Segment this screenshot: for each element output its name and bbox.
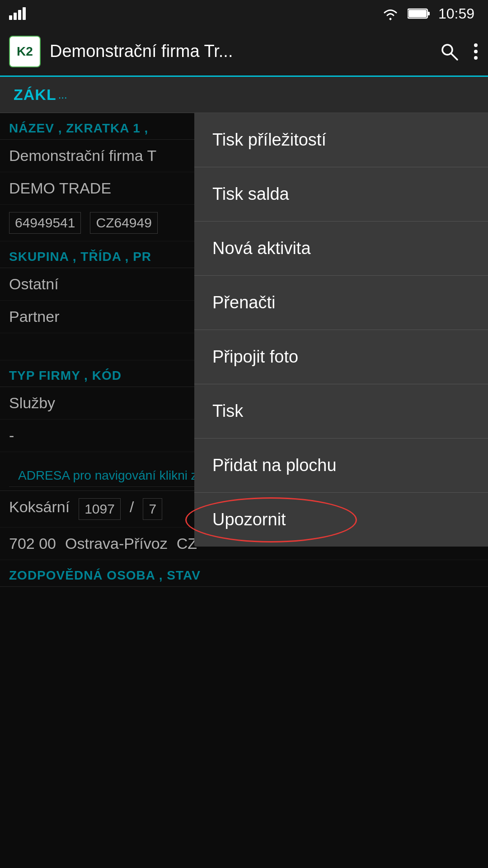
app-logo: K2 — [9, 36, 41, 67]
menu-item-tisk-salda[interactable]: Tisk salda — [194, 167, 488, 222]
tab-dots: ... — [58, 89, 67, 101]
upozornit-circle-annotation — [185, 497, 357, 542]
svg-rect-1 — [427, 12, 430, 15]
dropdown-menu: Tisk příležitostí Tisk salda Nová aktivi… — [194, 113, 488, 547]
menu-item-upozornit[interactable]: Upozornit — [194, 493, 488, 547]
app-bar-actions — [439, 41, 479, 61]
signal-bar-1 — [9, 15, 12, 20]
tab-bar: ZÁKL ... — [0, 77, 488, 113]
app-title: Demonstrační firma Tr... — [50, 42, 430, 61]
signal-bar-2 — [14, 13, 17, 20]
battery-icon — [408, 7, 430, 20]
status-icons: 10:59 — [381, 5, 474, 22]
menu-item-nova-aktivita[interactable]: Nová aktivita — [194, 222, 488, 276]
wifi-icon — [381, 7, 399, 20]
search-button[interactable] — [439, 41, 459, 61]
svg-point-7 — [474, 56, 478, 60]
status-bar: 10:59 — [0, 0, 488, 27]
signal-indicator — [9, 7, 26, 20]
more-menu-button[interactable] — [473, 41, 479, 61]
menu-item-tisk[interactable]: Tisk — [194, 384, 488, 439]
menu-item-prenacti[interactable]: Přenačti — [194, 276, 488, 330]
menu-item-pridat-na-plochu[interactable]: Přidat na plochu — [194, 439, 488, 493]
tab-label: ZÁKL — [14, 86, 56, 104]
svg-rect-2 — [408, 10, 427, 17]
app-bar: K2 Demonstrační firma Tr... — [0, 27, 488, 77]
menu-item-pripojit-foto[interactable]: Připojit foto — [194, 330, 488, 384]
svg-point-5 — [474, 43, 478, 47]
signal-bar-3 — [18, 10, 21, 20]
status-time: 10:59 — [438, 5, 474, 22]
main-content: NÁZEV , ZKRATKA 1 , Demonstrační firma T… — [0, 113, 488, 868]
svg-point-6 — [474, 50, 478, 53]
signal-bar-4 — [23, 7, 26, 20]
menu-item-tisk-prilezitosti[interactable]: Tisk příležitostí — [194, 113, 488, 167]
svg-line-4 — [451, 53, 457, 60]
